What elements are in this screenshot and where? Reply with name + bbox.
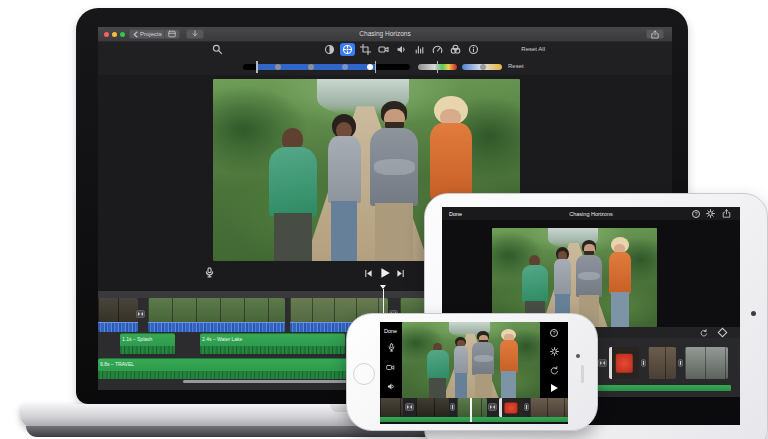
reset-all-button[interactable]: Reset All: [521, 46, 545, 52]
transition-button[interactable]: [405, 403, 414, 411]
undo-icon[interactable]: [550, 366, 559, 375]
video-clip[interactable]: [499, 398, 523, 417]
levels-slider[interactable]: [243, 64, 410, 70]
iphone-camera: [576, 354, 580, 358]
noise-reduction-icon[interactable]: [412, 43, 427, 56]
video-clip[interactable]: [685, 347, 728, 379]
video-clip[interactable]: [648, 347, 676, 379]
levels-shadow-handle[interactable]: [256, 61, 258, 73]
photo-shape: [370, 128, 419, 206]
adjustment-icons: [322, 43, 481, 56]
transition-button[interactable]: [524, 403, 529, 411]
crop-icon[interactable]: [358, 43, 373, 56]
skip-forward-icon[interactable]: [396, 269, 405, 278]
photo-shape: [427, 350, 449, 379]
photo-shape: [472, 342, 494, 375]
clip-filter-icon[interactable]: [448, 43, 463, 56]
video-clip[interactable]: [609, 347, 639, 379]
audio-waveform: [148, 322, 285, 332]
photo-person-green-shirt: [425, 343, 450, 398]
share-icon: [651, 30, 659, 39]
undo-icon[interactable]: [700, 329, 708, 337]
photo-shape: [554, 259, 572, 296]
transition-button[interactable]: [450, 403, 455, 411]
levels-handle[interactable]: [308, 64, 314, 70]
red-sign-thumbnail: [504, 402, 517, 413]
photo-person-orange-top: [606, 240, 634, 327]
microphone-icon[interactable]: [204, 267, 215, 278]
playhead[interactable]: [470, 398, 472, 422]
reset-button[interactable]: Reset: [508, 63, 524, 69]
help-icon[interactable]: ?: [550, 329, 558, 337]
photo-person-arms-crossed: [367, 104, 422, 261]
help-icon[interactable]: ?: [692, 210, 700, 218]
transition-button[interactable]: [488, 403, 497, 411]
color-balance-icon[interactable]: [322, 43, 337, 56]
zoom-icon[interactable]: [212, 44, 223, 55]
share-icon[interactable]: [722, 209, 731, 218]
photo-shape: [501, 371, 516, 398]
marketing-composite: Projects Chasing Horizons: [0, 0, 768, 439]
photo-shape: [454, 346, 469, 374]
iphone-home-button[interactable]: [353, 363, 375, 385]
volume-icon[interactable]: [394, 43, 409, 56]
photo-shape: [375, 203, 413, 261]
video-clip[interactable]: [416, 398, 449, 417]
iphone-timeline: [380, 398, 568, 417]
levels-handle[interactable]: [342, 64, 348, 70]
photo-person-green-shirt: [265, 128, 320, 261]
photo-shape: [475, 374, 492, 398]
saturation-slider[interactable]: [418, 64, 457, 70]
photo-shape: [274, 213, 312, 261]
music-track[interactable]: [597, 385, 731, 391]
photo-shape: [331, 201, 358, 261]
transition-button[interactable]: [136, 310, 145, 318]
levels-highlight-handle[interactable]: [367, 64, 373, 70]
media-actions-icon[interactable]: [718, 328, 728, 338]
clip-label: 1.1s – Splash: [122, 336, 152, 342]
sound-effect-clip[interactable]: 2.4s – Water Lake: [200, 333, 345, 354]
transition-button[interactable]: [598, 359, 607, 367]
settings-gear-icon[interactable]: [706, 209, 715, 218]
video-clip[interactable]: [530, 398, 568, 417]
play-icon[interactable]: [551, 384, 558, 392]
temperature-slider[interactable]: [462, 64, 502, 70]
saturation-handle[interactable]: [437, 61, 439, 73]
clip-edge: [609, 347, 612, 379]
photo-shape: [609, 252, 631, 294]
speed-icon[interactable]: [430, 43, 445, 56]
color-correction-icon[interactable]: [340, 43, 355, 56]
photo-person-gray-tank: [324, 117, 365, 261]
microphone-icon[interactable]: [387, 343, 396, 352]
video-clip[interactable]: [380, 398, 403, 417]
stabilization-icon[interactable]: [376, 43, 391, 56]
skip-back-icon[interactable]: [364, 269, 373, 278]
play-icon[interactable]: [379, 267, 391, 279]
audio-waveform: [120, 346, 175, 354]
transition-button[interactable]: [678, 359, 683, 367]
video-clip[interactable]: [148, 298, 285, 332]
photo-person-gray-tank: [452, 338, 471, 398]
video-clip[interactable]: [457, 398, 487, 417]
photo-shape: [576, 255, 602, 298]
iphone-screen: Done ?: [380, 322, 568, 424]
temperature-handle[interactable]: [480, 64, 486, 70]
transition-button[interactable]: [641, 359, 646, 367]
done-button[interactable]: Done: [384, 328, 397, 334]
settings-gear-icon[interactable]: [550, 347, 559, 356]
video-clip[interactable]: [98, 298, 138, 332]
photo-shape: [522, 265, 548, 303]
photo-shape: [269, 147, 318, 216]
share-button[interactable]: [646, 29, 664, 39]
sound-effect-clip[interactable]: 1.1s – Splash: [120, 333, 175, 354]
info-icon[interactable]: [466, 43, 481, 56]
camera-icon[interactable]: [386, 363, 395, 372]
levels-handle[interactable]: [275, 64, 281, 70]
preview-photo: [402, 322, 540, 398]
mac-window-title: Chasing Horizons: [98, 30, 672, 37]
levels-white-point-handle[interactable]: [375, 61, 377, 73]
clip-edge: [499, 398, 502, 417]
volume-icon[interactable]: [387, 382, 396, 391]
red-sign-thumbnail: [616, 354, 633, 373]
photo-person-orange-top: [497, 331, 520, 398]
